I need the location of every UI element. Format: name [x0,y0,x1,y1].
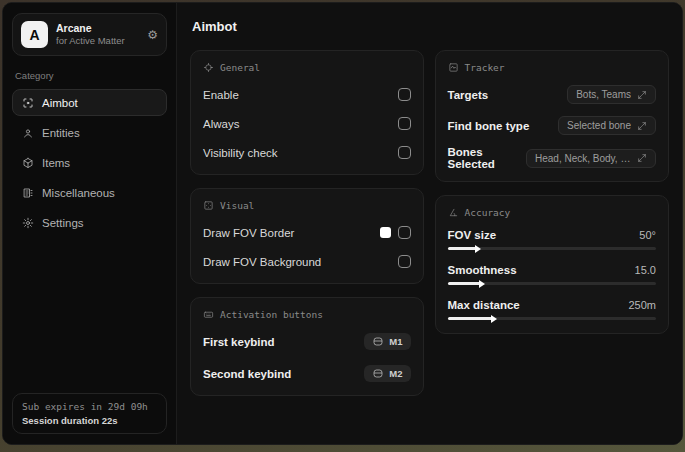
expand-icon [637,153,647,163]
brand-text: Arcane for Active Matter [56,22,139,47]
sidebar-item-label: Items [42,157,70,169]
first-keybind-button[interactable]: M1 [364,333,410,350]
sidebar-item-settings[interactable]: Settings [12,209,167,236]
setting-label: Second keybind [203,368,291,380]
expand-icon [637,121,647,131]
dropdown-value: Bots, Teams [576,89,631,100]
setting-label: Enable [203,89,239,101]
setting-label: Always [203,118,239,130]
slider-knob[interactable] [479,280,485,288]
setting-label: Find bone type [448,120,530,132]
setting-row-visibility-check: Visibility check [203,142,411,163]
setting-label: Targets [448,89,489,101]
slider-value: 50° [639,229,656,241]
tracker-card: Tracker Targets Bots, Teams Find bone ty… [435,50,669,182]
dropdown-value: Head, Neck, Body, Pe.. [535,153,631,164]
angle-icon [448,207,459,218]
category-label: Category [15,70,167,81]
sidebar-item-label: Settings [42,217,84,229]
max-distance-slider[interactable] [448,317,656,320]
sidebar-item-entities[interactable]: Entities [12,119,167,146]
card-title: Visual [220,200,254,211]
bones-selected-dropdown[interactable]: Head, Neck, Body, Pe.. [526,149,656,168]
setting-label: First keybind [203,336,275,348]
visual-card: Visual Draw FOV Border Draw FOV Backgrou… [190,188,424,284]
slider-knob[interactable] [491,315,497,323]
fov-size-slider[interactable] [448,247,656,250]
visual-icon [203,200,214,211]
setting-label: Smoothness [448,264,517,276]
page-title: Aimbot [192,19,669,34]
card-title: General [220,62,260,73]
gear-icon[interactable]: ⚙ [147,28,158,42]
dropdown-value: Selected bone [567,120,631,131]
setting-row-always: Always [203,113,411,134]
targets-dropdown[interactable]: Bots, Teams [567,85,656,104]
target-icon [203,62,214,73]
fov-border-color-swatch[interactable] [380,227,391,238]
setting-row-draw-fov-border: Draw FOV Border [203,222,411,243]
setting-label: FOV size [448,229,497,241]
sidebar: A Arcane for Active Matter ⚙ Category Ai… [3,3,177,444]
card-title: Accuracy [465,207,511,218]
card-title: Tracker [465,62,505,73]
general-card: General Enable Always Visibility check [190,50,424,175]
keybind-value: M1 [389,336,402,347]
setting-row-smoothness: Smoothness 15.0 [448,264,656,285]
visibility-check-checkbox[interactable] [398,146,411,159]
setting-row-targets: Targets Bots, Teams [448,84,656,105]
app-logo: A [21,21,48,48]
find-bone-type-dropdown[interactable]: Selected bone [558,116,656,135]
slider-fill [448,247,477,250]
mouse-icon [372,337,384,346]
setting-row-second-keybind: Second keybind M2 [203,363,411,384]
brand-card: A Arcane for Active Matter ⚙ [12,13,167,56]
sidebar-item-label: Entities [42,127,80,139]
always-checkbox[interactable] [398,117,411,130]
slider-fill [448,282,481,285]
expand-icon [637,90,647,100]
slider-knob[interactable] [475,245,481,253]
sidebar-item-miscellaneous[interactable]: Miscellaneous [12,179,167,206]
person-icon [21,126,34,139]
smoothness-slider[interactable] [448,282,656,285]
tracker-icon [448,62,459,73]
gear-icon [21,216,34,229]
slider-fill [448,317,494,320]
list-icon [21,186,34,199]
setting-label: Draw FOV Background [203,256,321,268]
setting-row-draw-fov-background: Draw FOV Background [203,251,411,272]
setting-row-max-distance: Max distance 250m [448,299,656,320]
setting-row-bones-selected: Bones Selected Head, Neck, Body, Pe.. [448,146,656,170]
setting-label: Draw FOV Border [203,227,294,239]
mouse-icon [372,369,384,378]
sub-expires-text: Sub expires in 29d 09h [22,401,157,412]
setting-row-fov-size: FOV size 50° [448,229,656,250]
app-subtitle: for Active Matter [56,35,139,47]
draw-fov-background-checkbox[interactable] [398,255,411,268]
setting-label: Visibility check [203,147,278,159]
sidebar-item-label: Aimbot [42,97,78,109]
enable-checkbox[interactable] [398,88,411,101]
second-keybind-button[interactable]: M2 [364,365,410,382]
activation-buttons-card: Activation buttons First keybind M1 Seco… [190,297,424,396]
main-panel: Aimbot General Enable [177,3,682,444]
slider-value: 15.0 [635,264,656,276]
setting-row-find-bone-type: Find bone type Selected bone [448,115,656,136]
sidebar-nav: Aimbot Entities Items Miscellaneous [12,89,167,236]
keybind-value: M2 [389,368,402,379]
cube-icon [21,156,34,169]
keyboard-icon [203,309,214,320]
sidebar-item-items[interactable]: Items [12,149,167,176]
draw-fov-border-checkbox[interactable] [398,226,411,239]
setting-label: Bones Selected [448,146,526,170]
slider-value: 250m [628,299,656,311]
scan-icon [21,96,34,109]
card-title: Activation buttons [220,309,323,320]
sidebar-item-aimbot[interactable]: Aimbot [12,89,167,116]
session-duration-text: Session duration 22s [22,415,157,426]
subscription-info: Sub expires in 29d 09h Session duration … [12,393,167,434]
app-name: Arcane [56,22,139,35]
accuracy-card: Accuracy FOV size 50° [435,195,669,334]
app-window: A Arcane for Active Matter ⚙ Category Ai… [2,2,683,445]
